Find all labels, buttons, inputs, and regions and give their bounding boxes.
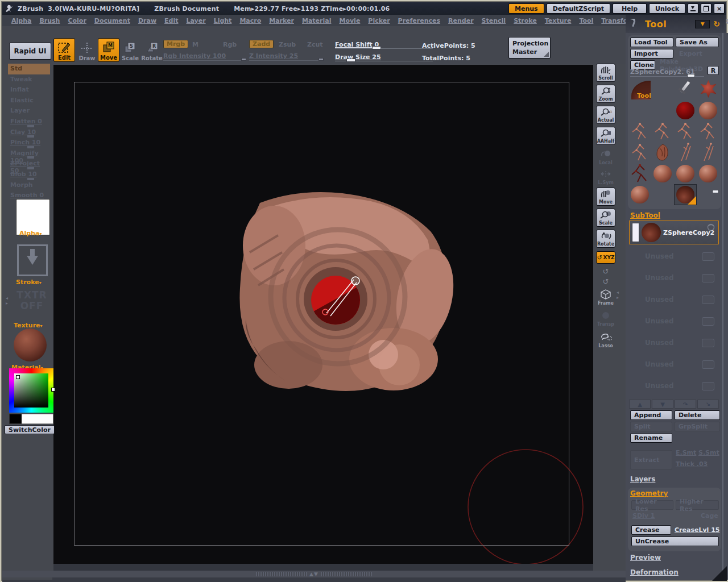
panel-scrollbar[interactable]: [722, 33, 723, 580]
crease-lvl-slider[interactable]: CreaseLvl 15: [675, 526, 719, 534]
rotate-mode-button[interactable]: R Rotate: [141, 38, 163, 62]
zsub-toggle[interactable]: Zsub: [279, 41, 296, 48]
move-down-button[interactable]: ▼: [652, 400, 673, 409]
tool-thumbnail[interactable]: [629, 143, 651, 163]
stroke-thumbnail[interactable]: [17, 244, 48, 276]
tool-thumbnail[interactable]: [629, 122, 651, 142]
menus-button[interactable]: Menus: [508, 3, 544, 14]
crease-lvl-handle[interactable]: [712, 190, 719, 193]
zcut-toggle[interactable]: Zcut: [307, 41, 323, 48]
subtool-checkbox[interactable]: [702, 274, 714, 282]
subtool-checkbox[interactable]: [702, 296, 714, 304]
color-cursor[interactable]: [16, 375, 20, 379]
menu-item[interactable]: Preferences: [398, 17, 440, 24]
subtool-checkbox[interactable]: [702, 360, 714, 369]
tool-thumbnail[interactable]: [652, 143, 673, 163]
lasso-button[interactable]: Lasso: [596, 331, 615, 349]
brush-item[interactable]: Flatten 0: [8, 117, 50, 127]
draw-size-slider[interactable]: Draw Size 25: [335, 53, 381, 61]
menu-item[interactable]: Draw: [138, 17, 156, 24]
stroke-dropdown[interactable]: Stroke▾: [16, 278, 42, 286]
uncrease-button[interactable]: UnCrease: [631, 537, 719, 546]
subtool-checkbox[interactable]: [702, 252, 714, 261]
cage-button[interactable]: Cage: [701, 512, 718, 519]
rotate-view-button[interactable]: Rotate: [596, 230, 615, 248]
zadd-toggle[interactable]: Zadd: [249, 40, 274, 48]
rgb-intensity-slider[interactable]: Rgb Intensity 100: [163, 52, 226, 60]
brush-item[interactable]: Std: [8, 64, 50, 74]
brush-item[interactable]: Magnify 100: [8, 148, 50, 159]
palette-reset-icon[interactable]: ↻: [713, 19, 720, 28]
duplicate-up-button[interactable]: ↷: [675, 400, 696, 409]
rgb-toggle[interactable]: Rgb: [223, 41, 237, 48]
tool-name-slider-handle[interactable]: [687, 74, 695, 77]
tool-thumbnail[interactable]: [629, 185, 651, 205]
thick-slider[interactable]: Thick .03: [676, 460, 708, 468]
z-intensity-handle[interactable]: [318, 58, 324, 61]
unlock-button[interactable]: Unlock: [649, 3, 685, 14]
brush-item[interactable]: Inflat: [8, 85, 50, 95]
preview-section-header[interactable]: Preview: [630, 554, 661, 562]
active-tool-preview[interactable]: Tool▾: [629, 80, 651, 99]
subtool-unused-row[interactable]: Unused: [629, 290, 719, 311]
brush-item[interactable]: ZProject 50: [8, 159, 50, 169]
rotate-y-icon[interactable]: ↺: [599, 267, 612, 276]
split-button[interactable]: Split: [630, 422, 672, 431]
scale-view-button[interactable]: Scale: [596, 209, 615, 227]
zoom-button[interactable]: Zoom: [596, 85, 615, 103]
tool-thumbnail[interactable]: [697, 122, 719, 142]
tool-thumbnail[interactable]: [675, 122, 696, 142]
brush-item[interactable]: Layer: [8, 106, 50, 117]
brush-item[interactable]: Elastic: [8, 95, 50, 106]
lsym-button[interactable]: L.Sym: [596, 168, 615, 186]
crease-button[interactable]: Crease: [631, 525, 671, 535]
help-button[interactable]: Help: [613, 3, 647, 14]
actual-size-button[interactable]: x1 Actual: [596, 106, 615, 124]
menu-item[interactable]: Alpha: [11, 17, 31, 24]
menu-item[interactable]: Picker: [368, 17, 390, 24]
tool-thumbnail[interactable]: [697, 164, 719, 184]
texture-dropdown[interactable]: Texture▾: [14, 322, 43, 329]
sdiv-slider[interactable]: SDiv 1: [632, 512, 655, 519]
tool-thumbnail[interactable]: [675, 164, 696, 184]
ssmt-slider[interactable]: S.Smt: [698, 449, 719, 456]
menu-item[interactable]: Tool: [579, 17, 593, 24]
menu-item[interactable]: Light: [214, 17, 232, 24]
aa-half-button[interactable]: AAHalf: [596, 127, 615, 145]
right-pane-splitter[interactable]: ◂▸: [617, 290, 619, 300]
move-up-button[interactable]: ▲: [629, 400, 651, 409]
menu-item[interactable]: Material: [302, 17, 331, 24]
tool-thumbnail[interactable]: [652, 185, 673, 205]
m-toggle[interactable]: M: [192, 41, 198, 48]
draw-mode-button[interactable]: Draw: [77, 38, 97, 62]
r-button[interactable]: R: [708, 66, 719, 75]
export-button[interactable]: Export: [676, 49, 719, 59]
tool-thumbnail[interactable]: [675, 143, 696, 163]
duplicate-down-button[interactable]: ↘: [697, 400, 719, 409]
lower-res-button[interactable]: Lower Res: [631, 500, 673, 510]
material-thumbnail[interactable]: [14, 329, 47, 361]
color-picker[interactable]: [9, 368, 53, 413]
brush-item[interactable]: Clay 10: [8, 127, 50, 138]
move-view-button[interactable]: Move: [596, 188, 615, 206]
subtool-unused-row[interactable]: Unused: [629, 333, 719, 355]
subtool-unused-row[interactable]: Unused: [629, 311, 719, 333]
rgb-intensity-handle[interactable]: [241, 58, 246, 61]
rotate-xyz-button[interactable]: ↺ XYZ: [596, 251, 615, 264]
load-tool-button[interactable]: Load Tool: [630, 38, 673, 47]
tool-thumbnail[interactable]: [675, 80, 696, 99]
menu-item[interactable]: Macro: [239, 17, 261, 24]
tool-thumbnail[interactable]: [675, 101, 696, 120]
brush-item[interactable]: Pinch 10: [8, 138, 50, 148]
grpsplit-button[interactable]: GrpSplit: [675, 422, 720, 431]
tool-thumbnail[interactable]: [652, 164, 673, 184]
subtool-checkbox[interactable]: [702, 339, 714, 347]
import-button[interactable]: Import: [630, 49, 673, 59]
tool-thumbnail[interactable]: [629, 164, 651, 184]
menu-item[interactable]: Color: [68, 17, 86, 24]
extract-button[interactable]: Extract: [630, 450, 672, 469]
tool-dropdown[interactable]: Tool▾: [637, 92, 651, 99]
projection-master-button[interactable]: Projection Master: [508, 37, 551, 59]
menu-item[interactable]: Stroke: [514, 17, 537, 24]
rapid-ui-button[interactable]: Rapid UI: [9, 43, 51, 60]
